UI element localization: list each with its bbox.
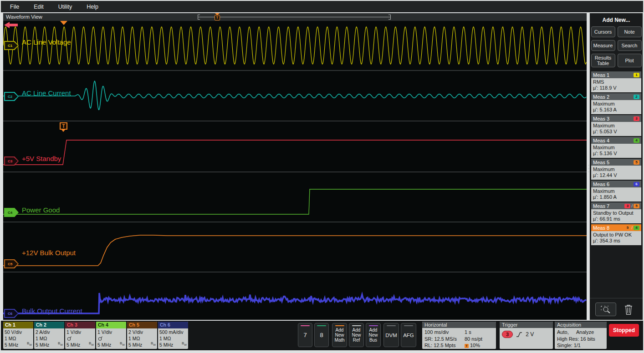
channel-label-c4[interactable]: Power Good <box>22 206 60 214</box>
meas-8-card[interactable]: Meas 8 5 / 4 Output to PW OKµ': 354.3 ms <box>591 224 641 245</box>
afg-button[interactable]: AFG <box>401 323 416 347</box>
channel-badge-c1[interactable]: C1 <box>4 41 19 50</box>
trace-c1 <box>3 27 586 64</box>
add-new-bus-button[interactable]: AddNewBus <box>366 323 381 347</box>
note-button[interactable]: Note <box>618 26 642 37</box>
settings-bar: Ch 1 50 V/div 1 MΩ 5 MHz BW Ch 2 2 A/div… <box>1 321 643 350</box>
stopped-button[interactable]: Stopped <box>609 324 639 337</box>
ch6-settings-card[interactable]: Ch 6 500 mA/div 1 MΩ 5 MHz BW <box>158 322 188 349</box>
ch1-settings-card[interactable]: Ch 1 50 V/div 1 MΩ 5 MHz BW <box>3 322 33 349</box>
sidebar-footer <box>590 298 643 320</box>
meas-2-card[interactable]: Meas 2 2 Maximumµ': 5.163 A <box>591 93 641 114</box>
minimap-left-bracket <box>198 15 200 20</box>
trace-plot <box>3 21 587 320</box>
trigger-panel[interactable]: Trigger 3 2 V <box>500 322 553 349</box>
waveform-panel: Waveform View T T C1 C2 <box>3 13 587 320</box>
trace-c2 <box>3 81 586 110</box>
trigger-level-arrow-icon[interactable] <box>3 21 18 29</box>
trace-c5 <box>3 235 587 266</box>
bandwidth-icon: BW <box>151 340 156 348</box>
add-new-ref-button[interactable]: AddNewRef <box>349 323 364 347</box>
zoom-icon <box>599 305 612 314</box>
acquisition-panel[interactable]: Acquisition Auto,Analyze High Res: 16 bi… <box>555 322 607 349</box>
channel-label-c1[interactable]: AC Line Voltage <box>22 38 71 46</box>
waveform-header: Waveform View T <box>3 13 587 21</box>
minimap-right-bracket <box>388 15 391 20</box>
ch4-settings-card[interactable]: Ch 4 1 V/div 5 MHz BW <box>96 322 126 349</box>
results-sidebar: Add New... Cursors Note Measure Search R… <box>589 13 643 320</box>
bandwidth-icon: BW <box>89 340 94 348</box>
trash-icon[interactable] <box>624 303 634 315</box>
horizontal-position-minimap[interactable]: T <box>198 15 391 20</box>
bandwidth-icon: BW <box>27 340 32 348</box>
meas-5-card[interactable]: Meas 5 5 Maximumµ': 12.44 V <box>591 159 641 180</box>
meas-7-card[interactable]: Meas 7 3 / 5 Standby to Outputµ': 66.91 … <box>591 202 641 223</box>
search-button[interactable]: Search <box>618 40 642 51</box>
oscilloscope-app: File Edit Utility Help Waveform View T T… <box>0 0 644 353</box>
source-chip-ch3: 3 <box>634 116 639 121</box>
source-chip-ch4: 4 <box>634 138 639 143</box>
source-chip-ch1: 1 <box>634 73 639 77</box>
bandwidth-icon: BW <box>58 340 63 348</box>
source-chip-ch3: 3 <box>624 204 630 208</box>
waveform-view-title: Waveform View <box>6 14 42 20</box>
minimap-track <box>198 17 391 17</box>
source-chip-ch6: 6 <box>634 182 639 187</box>
channel-badge-c6[interactable]: C6 <box>4 309 19 318</box>
trigger-position-mini-icon: T <box>465 344 469 348</box>
channel-badge-c2[interactable]: C2 <box>4 92 19 101</box>
cursors-button[interactable]: Cursors <box>591 26 615 37</box>
dvm-button[interactable]: DVM <box>383 323 399 347</box>
source-chip-ch5: 5 <box>624 226 630 230</box>
ch8-button[interactable]: 8 <box>314 323 329 347</box>
source-chip-ch2: 2 <box>634 95 639 99</box>
add-new-title: Add New... <box>590 17 643 23</box>
horizontal-panel[interactable]: Horizontal 100 ms/div1 s SR: 12.5 MS/s80… <box>422 322 496 349</box>
bandwidth-icon: BW <box>182 340 187 348</box>
minimap-trigger-icon[interactable]: T <box>215 15 220 20</box>
rising-edge-icon <box>516 332 522 338</box>
channel-label-c2[interactable]: AC Line Current <box>22 89 71 97</box>
ch7-button[interactable]: 7 <box>298 323 312 347</box>
source-chip-ch5: 5 <box>634 204 639 208</box>
meas-6-card[interactable]: Meas 6 6 Maximumµ': 1.850 A <box>591 181 641 202</box>
channel-badge-c3[interactable]: C3 <box>4 156 19 166</box>
menu-utility[interactable]: Utility <box>53 2 78 11</box>
zoom-tool-button[interactable] <box>595 303 616 316</box>
bandwidth-icon: BW <box>120 340 125 348</box>
trace-c4 <box>3 189 587 214</box>
ch2-settings-card[interactable]: Ch 2 2 A/div 1 MΩ 5 MHz BW <box>34 322 64 349</box>
ch5-settings-card[interactable]: Ch 5 2 V/div 1 MΩ 5 MHz BW <box>127 322 157 349</box>
trigger-level-marker-icon[interactable]: T <box>60 122 67 130</box>
measurement-list: Meas 1 1 RMSµ': 118.9 V Meas 2 2 Maximum… <box>590 71 643 245</box>
trigger-source-badge: 3 <box>502 331 513 338</box>
menu-edit[interactable]: Edit <box>28 2 49 11</box>
menu-bar: File Edit Utility Help <box>1 1 643 12</box>
results-table-button[interactable]: Results Table <box>591 54 615 67</box>
meas-3-card[interactable]: Meas 3 3 Maximumµ': 5.053 V <box>591 115 641 136</box>
channel-label-c3[interactable]: +5V Standby <box>22 155 61 162</box>
source-chip-ch4: 4 <box>634 226 639 230</box>
channel-badge-c5[interactable]: C5 <box>4 259 19 268</box>
source-chip-ch5: 5 <box>634 160 639 165</box>
trigger-position-icon[interactable] <box>60 21 67 25</box>
ch3-settings-card[interactable]: Ch 3 1 V/div 5 MHz BW <box>65 322 95 349</box>
add-new-math-button[interactable]: AddNewMath <box>332 323 347 347</box>
menu-help[interactable]: Help <box>81 2 104 11</box>
meas-1-card[interactable]: Meas 1 1 RMSµ': 118.9 V <box>591 71 641 92</box>
menu-file[interactable]: File <box>5 2 25 11</box>
probe-icon <box>66 336 72 341</box>
meas-4-card[interactable]: Meas 4 4 Maximumµ': 5.136 V <box>591 137 641 158</box>
channel-badge-c4[interactable]: C4 <box>4 208 19 217</box>
measure-button[interactable]: Measure <box>591 40 615 51</box>
channel-label-c6[interactable]: Bulk Output Current <box>22 307 82 315</box>
probe-icon <box>97 336 103 341</box>
plot-button[interactable]: Plot <box>618 54 642 67</box>
trace-c6 <box>3 293 586 313</box>
channel-label-c5[interactable]: +12V Bulk Output <box>22 249 76 257</box>
waveform-display[interactable]: T C1 C2 C3 C4 C5 <box>3 21 587 320</box>
trace-c3 <box>3 140 587 165</box>
